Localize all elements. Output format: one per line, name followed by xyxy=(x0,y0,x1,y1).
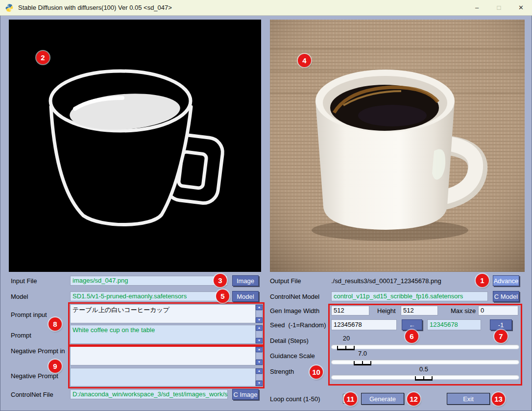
annotation-badge-11: 11 xyxy=(344,392,357,406)
steps-label: Detail (Steps) xyxy=(270,337,309,344)
annotation-badge-8: 8 xyxy=(48,317,62,331)
annotation-badge-13: 13 xyxy=(492,392,505,406)
prompt-highlight-rect xyxy=(68,302,265,346)
controlnet-model-button[interactable]: C Model xyxy=(493,291,519,302)
prompt-label: Prompt xyxy=(11,332,31,339)
annotation-badge-6: 6 xyxy=(405,330,418,343)
model-label: Model xyxy=(11,293,28,300)
annotation-badge-7: 7 xyxy=(494,330,508,343)
python-app-icon xyxy=(5,3,14,12)
strength-label: Strength xyxy=(270,368,294,375)
loop-count-label: Loop count (1-50) xyxy=(270,395,320,403)
title-bar: Stable Diffusion with diffusers(100) Ver… xyxy=(0,0,532,16)
output-file-value: ./sd_results3/sd_00017_12345678.png xyxy=(331,277,441,285)
annotation-badge-1: 1 xyxy=(476,274,489,287)
seed-label: Seed (-1=Random) xyxy=(270,321,326,329)
generation-settings-highlight-rect xyxy=(328,304,522,386)
guidance-label: Guidance Scale xyxy=(270,352,315,360)
close-button[interactable]: ✕ xyxy=(510,0,532,15)
negative-prompt-in-label: Negative Prompt in xyxy=(11,347,65,355)
annotation-badge-3: 3 xyxy=(214,274,227,287)
minimize-button[interactable]: – xyxy=(466,0,488,15)
input-file-label: Input File xyxy=(11,277,37,285)
annotation-badge-10: 10 xyxy=(310,365,323,379)
annotation-badge-2: 2 xyxy=(36,51,49,64)
exit-button[interactable]: Exit xyxy=(447,393,490,405)
model-field[interactable]: SD1.5/v1-5-pruned-emaonly.safetensors xyxy=(70,291,228,301)
window-title: Stable Diffusion with diffusers(100) Ver… xyxy=(18,4,172,11)
input-file-field[interactable]: images/sd_047.png xyxy=(70,276,228,286)
maximize-button[interactable]: □ xyxy=(488,0,510,15)
controlnet-model-label: ControlNet Model xyxy=(270,293,319,300)
controlnet-file-label: ControlNet File xyxy=(11,391,53,398)
prompt-input-label: Prompt input xyxy=(11,311,47,318)
negative-prompt-label: Negative Prompt xyxy=(11,372,58,380)
controlnet-image-button[interactable]: C Image xyxy=(232,389,259,400)
annotation-badge-12: 12 xyxy=(407,392,420,406)
gen-image-width-label: Gen Image Width xyxy=(270,307,319,314)
output-file-label: Output File xyxy=(270,277,301,285)
input-image-button[interactable]: Image xyxy=(232,275,259,286)
annotation-badge-4: 4 xyxy=(298,54,311,67)
annotation-badge-9: 9 xyxy=(48,360,62,373)
model-button[interactable]: Model xyxy=(232,291,259,302)
negative-prompt-highlight-rect xyxy=(68,345,265,388)
controlnet-file-field[interactable]: D:/anaconda_win/workspace_3/sd_test/imag… xyxy=(70,389,228,399)
generate-button[interactable]: Generate xyxy=(361,393,404,405)
annotation-badge-5: 5 xyxy=(216,290,229,303)
advance-button[interactable]: Advance xyxy=(493,275,519,286)
controlnet-model-field[interactable]: control_v11p_sd15_scribble_fp16.safetens… xyxy=(331,291,488,301)
